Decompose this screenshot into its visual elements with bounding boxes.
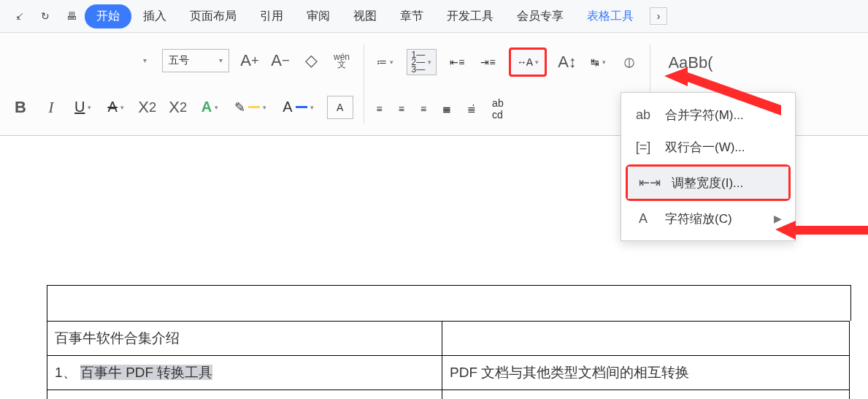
tab-page-layout[interactable]: 页面布局 (178, 4, 248, 28)
cell-text-prefix: 1、 (55, 365, 80, 380)
char-scaling-icon: ↔A (517, 56, 532, 68)
line-spacing-button[interactable]: abcd (489, 96, 507, 121)
merge-chars-icon: ab (634, 107, 652, 123)
align-justify-button[interactable]: ≣ (439, 96, 454, 121)
superscript-button[interactable]: X2 (137, 96, 158, 118)
text-direction-button[interactable]: A↕ (557, 51, 577, 73)
tab-insert[interactable]: 插入 (131, 4, 178, 28)
tab-chapter[interactable]: 章节 (388, 4, 435, 28)
print-icon[interactable]: 🖶 (61, 6, 82, 26)
subscript-button[interactable]: X2 (168, 96, 188, 118)
table-row[interactable]: 1、 百事牛 PDF 转换工具 PDF 文档与其他类型文档间的相互转换 (47, 356, 850, 390)
menu-two-lines-label: 双行合一(W)... (665, 139, 745, 156)
char-scale-icon: A (634, 211, 652, 227)
menu-two-lines[interactable]: [=] 双行合一(W)... (621, 131, 795, 163)
font-color-button[interactable]: A▾ (280, 95, 316, 120)
tab-view[interactable]: 视图 (342, 4, 388, 28)
ribbon-group-font: ▾ 五号 ▾ A+ A− ◇ wén文 B I U▾ A▾ X2 X2 A▾ ✎… (0, 37, 364, 131)
char-border-button[interactable]: A (327, 96, 353, 119)
shrink-font-button[interactable]: A− (270, 50, 291, 72)
fit-width-icon: ⇤⇥ (641, 175, 658, 191)
menu-fit-width[interactable]: ⇤⇥ 调整宽度(I)... (628, 167, 788, 199)
tab-dev-tools[interactable]: 开发工具 (435, 4, 505, 28)
style-preview[interactable]: AaBb( (660, 50, 721, 75)
show-marks-button[interactable]: ⦶ (619, 51, 640, 73)
font-family-select[interactable]: ▾ (10, 49, 152, 72)
underline-button[interactable]: U▾ (72, 95, 94, 120)
menu-tab-bar: ⭹ ↻ 🖶 开始 插入 页面布局 引用 审阅 视图 章节 开发工具 会员专享 表… (0, 0, 868, 33)
menu-merge-chars-label: 合并字符(M)... (665, 107, 744, 123)
bold-button[interactable]: B (10, 96, 31, 118)
cell-text: PDF 文档与其他类型文档间的相互转换 (450, 365, 689, 380)
table-row[interactable]: 百事牛软件合集介绍 (47, 322, 850, 356)
back-icon[interactable]: ⭹ (9, 6, 29, 26)
tab-table-tools[interactable]: 表格工具 (575, 4, 645, 28)
tab-overflow-icon[interactable]: › (650, 7, 667, 25)
submenu-arrow-icon: ▶ (774, 213, 782, 224)
phonetic-guide-button[interactable]: wén文 (331, 50, 352, 72)
text-effects-button[interactable]: A▾ (199, 95, 221, 120)
document-table[interactable]: 百事牛软件合集介绍 1、 百事牛 PDF 转换工具 PDF 文档与其他类型文档间… (47, 321, 850, 399)
char-scaling-button[interactable]: ↔A▾ (509, 48, 547, 77)
cell-text: 百事牛软件合集介绍 (55, 330, 180, 346)
sort-button[interactable]: ↹▾ (588, 50, 609, 75)
menu-fit-width-label: 调整宽度(I)... (672, 175, 743, 191)
two-lines-icon: [=] (634, 140, 652, 155)
italic-button[interactable]: I (41, 96, 61, 118)
font-size-select[interactable]: 五号 ▾ (162, 49, 229, 72)
clear-format-button[interactable]: ◇ (301, 50, 321, 72)
menu-char-scale-label: 字符缩放(C) (665, 210, 732, 227)
font-size-value: 五号 (169, 54, 189, 67)
tab-vip[interactable]: 会员专享 (505, 4, 575, 28)
ribbon-group-paragraph: ≔▾ 1—2—3—▾ ⇤≡ ⇥≡ ↔A▾ A↕ ↹▾ ⦶ ≡ ≡ ≡ ≣ ≣̇ … (364, 37, 650, 131)
strikethrough-button[interactable]: A▾ (104, 95, 126, 120)
decrease-indent-button[interactable]: ⇤≡ (447, 50, 467, 75)
document-area: 百事牛软件合集介绍 1、 百事牛 PDF 转换工具 PDF 文档与其他类型文档间… (47, 285, 868, 399)
bullets-button[interactable]: ≔▾ (374, 50, 396, 75)
numbering-button[interactable]: 1—2—3—▾ (407, 49, 437, 75)
tab-review[interactable]: 审阅 (295, 4, 342, 28)
increase-indent-button[interactable]: ⇥≡ (477, 50, 498, 75)
align-right-button[interactable]: ≡ (418, 96, 429, 121)
align-left-button[interactable]: ≡ (374, 96, 385, 121)
redo-icon[interactable]: ↻ (35, 6, 55, 26)
cell-text-selected: 百事牛 PDF 转换工具 (80, 365, 213, 380)
align-center-button[interactable]: ≡ (396, 96, 407, 121)
tab-references[interactable]: 引用 (248, 4, 295, 28)
char-scaling-menu: ab 合并字符(M)... [=] 双行合一(W)... ⇤⇥ 调整宽度(I).… (621, 92, 796, 241)
menu-merge-chars[interactable]: ab 合并字符(M)... (621, 99, 795, 131)
grow-font-button[interactable]: A+ (239, 50, 260, 72)
highlight-button[interactable]: ✎▾ (231, 95, 269, 120)
menu-char-scale[interactable]: A 字符缩放(C) ▶ (621, 202, 795, 235)
table-row[interactable]: 2、 百事牛 HEIC 图片专家 批量 HEIC 图片无损转换格式 (47, 390, 850, 400)
distribute-button[interactable]: ≣̇ (464, 96, 479, 121)
tab-start[interactable]: 开始 (85, 4, 131, 28)
